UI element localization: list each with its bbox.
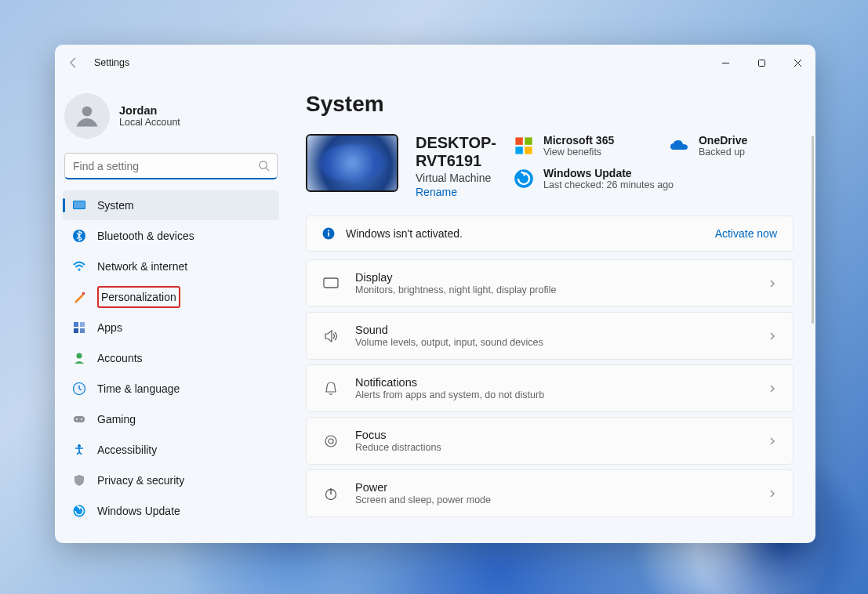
row-power[interactable]: PowerScreen and sleep, power mode — [306, 469, 794, 517]
update-icon — [514, 168, 534, 189]
app-title: Settings — [94, 57, 129, 68]
nav-gaming[interactable]: Gaming — [63, 404, 279, 434]
status-sub: Backed up — [699, 147, 747, 158]
chevron-right-icon — [768, 489, 777, 498]
nav-label: Accessibility — [97, 444, 157, 456]
nav-bluetooth[interactable]: Bluetooth & devices — [63, 221, 279, 251]
onedrive-icon — [669, 136, 689, 156]
personalization-icon — [72, 290, 86, 304]
svg-rect-8 — [74, 322, 78, 327]
hostname: DESKTOP-RVT6191 — [416, 134, 496, 170]
svg-rect-7 — [82, 292, 85, 295]
activation-banner: Windows isn't activated. Activate now — [306, 216, 794, 252]
m365-icon — [514, 136, 534, 156]
nav-system[interactable]: System — [63, 190, 279, 220]
bluetooth-icon — [72, 229, 86, 243]
svg-rect-22 — [525, 147, 532, 154]
row-title: Focus — [355, 429, 441, 441]
svg-point-15 — [76, 418, 78, 420]
sidebar: Jordan Local Account System Bluetooth & … — [55, 81, 290, 543]
nav-personalization[interactable]: Personalization — [63, 282, 279, 312]
svg-point-1 — [82, 107, 93, 117]
chevron-right-icon — [768, 279, 777, 288]
svg-rect-25 — [328, 233, 329, 237]
nav-apps[interactable]: Apps — [63, 313, 279, 342]
nav-label: Accounts — [97, 352, 143, 364]
svg-rect-27 — [324, 278, 338, 288]
highlight-box: Personalization — [97, 286, 180, 308]
search-input[interactable] — [64, 153, 278, 179]
bell-icon — [322, 380, 340, 397]
settings-window: Settings Jordan Local Account — [55, 45, 815, 543]
system-icon — [72, 198, 86, 212]
row-notifications[interactable]: NotificationsAlerts from apps and system… — [306, 364, 794, 412]
search-icon — [258, 160, 270, 172]
svg-rect-21 — [515, 147, 522, 154]
gaming-icon — [72, 412, 86, 426]
nav-accessibility[interactable]: Accessibility — [63, 435, 279, 465]
maximize-button[interactable] — [743, 50, 779, 75]
device-type: Virtual Machine — [416, 172, 496, 184]
user-subtitle: Local Account — [119, 117, 180, 128]
row-title: Power — [355, 481, 491, 494]
system-overview: DESKTOP-RVT6191 Virtual Machine Rename M… — [306, 134, 794, 198]
nav-label: Gaming — [97, 413, 136, 426]
svg-rect-10 — [74, 328, 78, 333]
banner-text: Windows isn't activated. — [346, 227, 463, 240]
nav-list: System Bluetooth & devices Network & int… — [60, 190, 282, 534]
row-sub: Screen and sleep, power mode — [355, 494, 491, 505]
info-icon — [322, 227, 335, 240]
nav-update[interactable]: Windows Update — [63, 496, 279, 526]
nav-label: Bluetooth & devices — [97, 230, 194, 242]
accessibility-icon — [72, 443, 86, 457]
display-icon — [322, 275, 340, 292]
status-update[interactable]: Windows UpdateLast checked: 26 minutes a… — [514, 167, 802, 190]
close-button[interactable] — [779, 50, 815, 75]
nav-label: Network & internet — [97, 260, 187, 273]
nav-label: Apps — [97, 321, 122, 334]
back-button[interactable] — [67, 56, 80, 69]
nav-time[interactable]: Time & language — [63, 374, 279, 404]
row-display[interactable]: DisplayMonitors, brightness, night light… — [306, 259, 794, 307]
shield-icon — [72, 473, 86, 487]
pc-thumbnail[interactable] — [306, 134, 398, 192]
search-box[interactable] — [64, 153, 278, 179]
svg-rect-14 — [74, 416, 85, 422]
status-m365[interactable]: Microsoft 365View benefits — [514, 134, 647, 158]
row-sub: Monitors, brightness, night light, displ… — [355, 284, 556, 295]
update-icon — [72, 504, 86, 518]
row-sub: Reduce distractions — [355, 442, 441, 453]
user-block[interactable]: Jordan Local Account — [60, 81, 282, 153]
status-onedrive[interactable]: OneDriveBacked up — [669, 134, 802, 158]
svg-rect-11 — [80, 328, 85, 333]
accounts-icon — [72, 351, 86, 365]
nav-label: Personalization — [101, 291, 176, 303]
status-sub: Last checked: 26 minutes ago — [543, 179, 674, 190]
nav-privacy[interactable]: Privacy & security — [63, 465, 279, 495]
user-name: Jordan — [119, 104, 180, 117]
status-title: Windows Update — [543, 167, 674, 179]
svg-point-12 — [77, 353, 82, 359]
activate-link[interactable]: Activate now — [715, 227, 777, 240]
row-focus[interactable]: FocusReduce distractions — [306, 417, 794, 465]
svg-rect-19 — [515, 137, 522, 144]
row-sound[interactable]: SoundVolume levels, output, input, sound… — [306, 312, 794, 360]
svg-point-17 — [78, 444, 81, 447]
svg-point-26 — [328, 230, 329, 232]
row-title: Notifications — [355, 376, 544, 389]
nav-label: Time & language — [97, 382, 180, 395]
svg-rect-20 — [525, 137, 532, 144]
rename-link[interactable]: Rename — [416, 186, 496, 198]
chevron-right-icon — [768, 331, 777, 341]
avatar — [64, 93, 110, 139]
nav-accounts[interactable]: Accounts — [63, 343, 279, 373]
nav-label: System — [97, 199, 134, 212]
nav-label: Privacy & security — [97, 474, 184, 487]
titlebar: Settings — [55, 45, 815, 81]
svg-rect-9 — [80, 322, 85, 327]
scrollbar[interactable] — [812, 136, 814, 324]
svg-point-6 — [78, 268, 80, 270]
apps-icon — [72, 321, 86, 335]
minimize-button[interactable] — [707, 50, 743, 75]
nav-network[interactable]: Network & internet — [63, 252, 279, 281]
